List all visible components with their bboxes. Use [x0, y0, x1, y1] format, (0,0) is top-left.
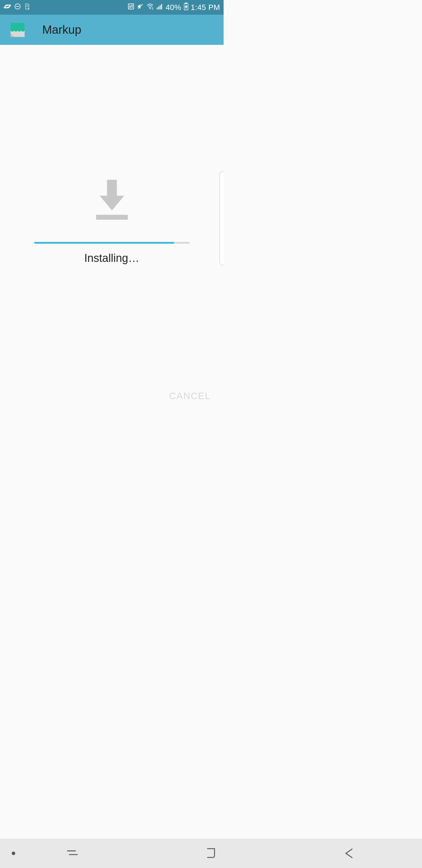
svg-rect-20	[107, 180, 117, 196]
app-title: Markup	[42, 23, 81, 36]
svg-rect-6	[26, 6, 27, 7]
svg-rect-12	[158, 6, 159, 9]
svg-rect-11	[157, 8, 158, 9]
signal-icon	[156, 3, 163, 12]
svg-rect-16	[185, 3, 187, 3]
install-status: Installing…	[85, 252, 139, 265]
cancel-button[interactable]: CANCEL	[169, 391, 211, 401]
progress-fill	[34, 242, 174, 244]
status-bar: 40% 1:45 PM	[0, 0, 224, 15]
mute-icon	[137, 3, 144, 12]
status-bar-right: 40% 1:45 PM	[128, 3, 220, 12]
do-not-disturb-icon	[14, 3, 21, 12]
status-bar-left	[3, 3, 30, 12]
svg-point-10	[150, 8, 150, 9]
clock-time: 1:45 PM	[191, 3, 220, 12]
svg-rect-7	[28, 6, 28, 7]
sim-icon	[24, 3, 30, 12]
progress-bar	[34, 242, 190, 244]
app-bar: Markup	[0, 15, 224, 45]
svg-rect-5	[28, 5, 28, 6]
saturn-icon	[3, 3, 11, 12]
battery-percent: 40%	[166, 3, 182, 12]
svg-rect-14	[161, 4, 162, 9]
installer-content: Installing… CANCEL	[0, 45, 224, 431]
svg-rect-13	[160, 5, 161, 9]
battery-charging-icon	[184, 3, 188, 12]
download-icon	[93, 180, 131, 221]
wifi-icon	[146, 3, 154, 12]
app-icon	[10, 23, 25, 37]
nfc-icon	[128, 3, 134, 12]
download-panel: Installing…	[0, 180, 224, 265]
svg-marker-21	[100, 195, 124, 210]
svg-rect-22	[96, 215, 128, 220]
svg-rect-4	[26, 5, 27, 6]
